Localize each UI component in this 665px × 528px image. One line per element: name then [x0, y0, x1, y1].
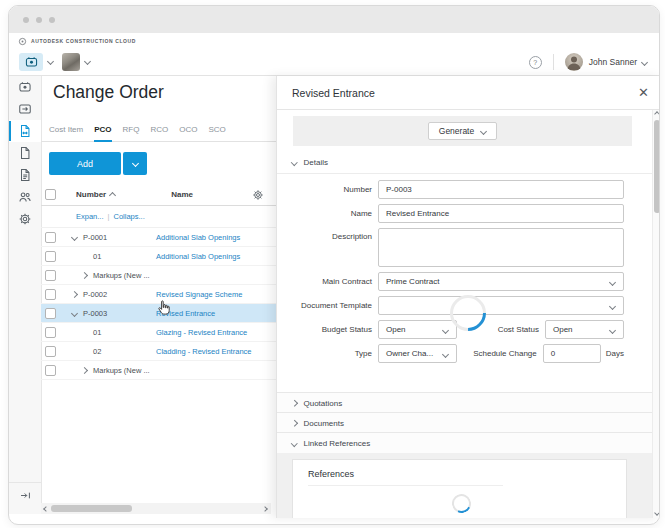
table-row[interactable]: 02Cladding - Revised Entrance: [41, 342, 276, 361]
tab-rfq[interactable]: RFQ: [123, 125, 140, 141]
generate-button[interactable]: Generate: [428, 122, 497, 140]
chevron-down-icon: [442, 351, 449, 358]
panel-scroll-thumb[interactable]: [654, 120, 660, 213]
type-select[interactable]: Owner Cha...: [378, 344, 457, 363]
description-label: Description: [277, 228, 372, 241]
section-chevron-icon: [291, 420, 297, 426]
number-label: Number: [277, 185, 372, 194]
name-field[interactable]: Revised Entrance: [378, 204, 624, 223]
scroll-left-icon[interactable]: [41, 507, 51, 511]
close-icon[interactable]: ✕: [638, 86, 649, 99]
sidebar-item-exchange[interactable]: [9, 98, 41, 120]
schedule-change-unit: Days: [606, 349, 624, 358]
cost-icon: [18, 124, 32, 138]
window-control-dot[interactable]: [49, 17, 55, 23]
description-field[interactable]: [378, 228, 624, 267]
section-chevron-icon: [291, 440, 297, 446]
add-dropdown-button[interactable]: [123, 152, 147, 175]
row-expander-icon[interactable]: [71, 233, 78, 240]
window-titlebar: [9, 6, 659, 33]
budget-status-select[interactable]: Open: [378, 320, 457, 339]
row-checkbox[interactable]: [45, 365, 56, 376]
hand-cursor: [157, 300, 172, 317]
row-checkbox[interactable]: [45, 327, 56, 338]
row-number: Markups (New ...: [93, 366, 150, 375]
table-row[interactable]: Markups (New ...: [41, 266, 276, 285]
chevron-down-icon: [442, 327, 449, 334]
sidebar-expand-button[interactable]: [9, 482, 41, 502]
tab-sco[interactable]: SCO: [208, 125, 225, 141]
row-expander-icon[interactable]: [71, 309, 78, 316]
row-checkbox[interactable]: [45, 251, 56, 262]
table-row[interactable]: 01Glazing - Revised Entrance: [41, 323, 276, 342]
row-name-link[interactable]: Glazing - Revised Entrance: [156, 328, 247, 337]
select-all-checkbox[interactable]: [45, 189, 56, 200]
details-section-header[interactable]: Details: [277, 152, 653, 174]
tab-oco[interactable]: OCO: [179, 125, 197, 141]
expand-all-link[interactable]: Expan...: [76, 212, 104, 221]
sidebar-item-docs[interactable]: [9, 142, 41, 164]
scroll-up-icon[interactable]: [654, 111, 660, 117]
collapse-all-link[interactable]: Collaps...: [113, 212, 144, 221]
row-name-link[interactable]: Additional Slab Openings: [156, 233, 240, 242]
references-title: References: [308, 469, 626, 479]
table-row[interactable]: P-0001Additional Slab Openings: [41, 228, 276, 247]
sidebar-item-cost[interactable]: [9, 120, 41, 142]
chevron-down-icon: [609, 279, 616, 286]
scroll-right-icon[interactable]: [260, 507, 270, 511]
sort-ascending-icon[interactable]: [109, 191, 116, 198]
row-checkbox[interactable]: [45, 289, 56, 300]
table-row[interactable]: Markups (New ...: [41, 361, 276, 380]
quotations-section-header[interactable]: Quotations: [277, 392, 653, 413]
linked-references-section-label: Linked References: [304, 439, 371, 448]
table-row[interactable]: 01Additional Slab Openings: [41, 247, 276, 266]
sidebar-item-reports[interactable]: [9, 164, 41, 186]
cost-status-select[interactable]: Open: [545, 320, 624, 339]
name-column-header[interactable]: Name: [171, 190, 193, 199]
help-icon[interactable]: ?: [529, 56, 542, 69]
generate-bar: Generate: [293, 116, 632, 146]
row-name-link[interactable]: Revised Signage Scheme: [156, 290, 242, 299]
row-name-link[interactable]: Cladding - Revised Entrance: [156, 347, 251, 356]
project-switcher-thumbnail[interactable]: [62, 53, 80, 71]
tab-cost-item[interactable]: Cost Item: [49, 125, 83, 141]
column-settings-button[interactable]: [252, 189, 264, 201]
horizontal-scrollbar[interactable]: [41, 503, 271, 514]
main-contract-value: Prime Contract: [386, 277, 439, 286]
row-number: Markups (New ...: [93, 271, 150, 280]
documents-section-header[interactable]: Documents: [277, 412, 653, 433]
row-number: 01: [93, 252, 101, 261]
number-column-header[interactable]: Number: [76, 190, 106, 199]
sidebar-item-build[interactable]: [9, 76, 41, 98]
row-name-link[interactable]: Additional Slab Openings: [156, 252, 240, 261]
row-checkbox[interactable]: [45, 232, 56, 243]
project-switcher-caret-icon[interactable]: [84, 57, 91, 64]
scroll-down-icon[interactable]: [654, 510, 660, 516]
product-switcher-caret-icon[interactable]: [47, 57, 54, 64]
sidebar-item-settings[interactable]: [9, 208, 41, 230]
product-switcher-button[interactable]: [19, 53, 43, 71]
user-menu-caret-icon[interactable]: [641, 58, 648, 65]
user-name[interactable]: John Sanner: [589, 57, 637, 67]
row-number: P-0001: [83, 233, 107, 242]
add-button[interactable]: Add: [49, 152, 121, 175]
window-control-dot[interactable]: [23, 17, 29, 23]
row-checkbox[interactable]: [45, 270, 56, 281]
row-expander-icon[interactable]: [81, 366, 88, 373]
user-avatar[interactable]: [565, 53, 583, 71]
window-control-dot[interactable]: [36, 17, 42, 23]
tab-rco[interactable]: RCO: [150, 125, 168, 141]
row-checkbox[interactable]: [45, 346, 56, 357]
row-expander-icon[interactable]: [81, 271, 88, 278]
number-field[interactable]: P-0003: [378, 180, 624, 199]
row-expander-icon[interactable]: [71, 290, 78, 297]
horizontal-scroll-thumb[interactable]: [51, 505, 132, 512]
panel-scrollbar[interactable]: [652, 109, 660, 518]
sidebar-item-members[interactable]: [9, 186, 41, 208]
schedule-change-field[interactable]: 0: [543, 344, 601, 363]
main-contract-select[interactable]: Prime Contract: [378, 272, 624, 291]
row-checkbox[interactable]: [45, 308, 56, 319]
linked-references-section-header[interactable]: Linked References: [277, 432, 653, 454]
document-template-select[interactable]: [378, 296, 624, 315]
tab-pco[interactable]: PCO: [94, 125, 111, 142]
